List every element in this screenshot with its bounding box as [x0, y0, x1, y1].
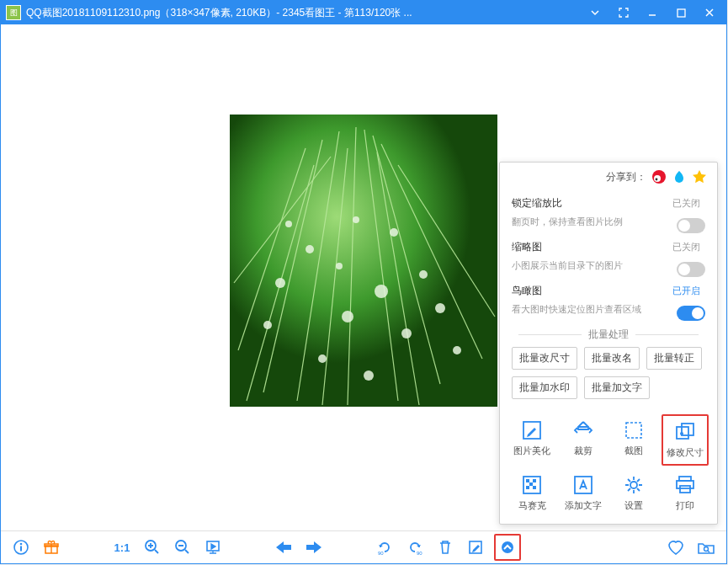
rotate-left-icon[interactable]: 90: [373, 536, 396, 559]
toggle-switch[interactable]: [677, 306, 705, 321]
tools-panel: 分享到： 锁定缩放比 已关闭 翻页时，保持查看图片比例 缩略图 已关闭 小图展示…: [499, 162, 718, 525]
option-title: 缩略图: [512, 240, 542, 254]
svg-point-4: [342, 311, 353, 322]
batch-button[interactable]: 批量改名: [584, 347, 640, 370]
zoom-in-icon[interactable]: [141, 536, 164, 559]
print-icon: [674, 474, 696, 496]
prev-icon[interactable]: [272, 536, 295, 559]
svg-point-19: [656, 179, 658, 181]
maximize-icon[interactable]: [669, 4, 693, 21]
tool-capture[interactable]: 截图: [610, 414, 658, 466]
svg-rect-23: [682, 424, 693, 435]
option-subtitle: 翻页时，保持查看图片比例: [500, 216, 635, 235]
reveal-in-folder-icon[interactable]: [694, 536, 718, 559]
favorite-icon[interactable]: [664, 536, 688, 559]
tool-label: 打印: [676, 499, 694, 512]
svg-text:90: 90: [417, 551, 422, 556]
svg-rect-0: [678, 9, 685, 17]
option-status: 已开启: [672, 285, 700, 297]
dropdown-icon[interactable]: [583, 4, 607, 21]
svg-rect-21: [626, 423, 641, 438]
tool-resize[interactable]: 修改尺寸: [662, 414, 709, 466]
actual-size-button[interactable]: 1:1: [110, 536, 134, 559]
batch-header: 批量处理: [500, 322, 717, 347]
resize-icon: [674, 421, 696, 443]
gift-icon[interactable]: [40, 536, 63, 559]
svg-point-37: [20, 543, 23, 546]
batch-button[interactable]: 批量加水印: [512, 376, 577, 399]
option-row: 锁定缩放比 已关闭: [500, 191, 717, 216]
window-root: 图 QQ截图20181109112310.png（318×347像素, 210K…: [0, 0, 727, 564]
svg-rect-26: [526, 479, 529, 482]
svg-point-12: [435, 303, 445, 313]
tool-label: 截图: [624, 445, 643, 457]
toggle-switch[interactable]: [677, 262, 705, 277]
batch-button[interactable]: 批量转正: [646, 347, 702, 370]
capture-icon: [623, 419, 645, 441]
minimize-icon[interactable]: [640, 4, 664, 21]
options-section: 锁定缩放比 已关闭 翻页时，保持查看图片比例 缩略图 已关闭 小图展示当前目录下…: [500, 191, 717, 322]
close-icon[interactable]: [698, 4, 721, 21]
option-status: 已关闭: [672, 241, 700, 253]
toggle-switch[interactable]: [677, 218, 705, 233]
title-bar: 图 QQ截图20181109112310.png（318×347像素, 210K…: [1, 1, 726, 24]
tool-label: 马赛克: [518, 499, 546, 512]
edit-icon[interactable]: [464, 536, 487, 559]
tool-gear[interactable]: 设置: [610, 469, 658, 517]
tool-label: 添加文字: [565, 499, 602, 512]
displayed-image: [230, 115, 497, 407]
window-controls: [583, 4, 721, 21]
svg-rect-35: [680, 486, 690, 493]
fullscreen-icon[interactable]: [612, 4, 635, 21]
svg-point-9: [419, 270, 428, 279]
option-title: 鸟瞰图: [512, 284, 542, 298]
option-subtitle: 看大图时快速定位图片查看区域: [500, 303, 653, 322]
svg-rect-27: [533, 479, 536, 482]
svg-point-16: [353, 216, 359, 223]
rotate-right-icon[interactable]: 90: [403, 536, 427, 559]
text-icon: [572, 474, 594, 496]
slideshow-icon[interactable]: [201, 536, 225, 559]
svg-rect-30: [533, 486, 536, 489]
svg-point-5: [375, 285, 388, 298]
svg-point-13: [336, 263, 343, 269]
next-icon[interactable]: [302, 536, 326, 559]
qzone-icon[interactable]: [692, 169, 707, 184]
svg-rect-38: [20, 546, 22, 552]
tool-crop[interactable]: 裁剪: [560, 414, 608, 466]
tool-text[interactable]: 添加文字: [560, 469, 608, 517]
option-row: 缩略图 已关闭: [500, 235, 717, 259]
batch-button[interactable]: 批量加文字: [584, 376, 650, 399]
expand-panel-icon[interactable]: [494, 534, 521, 561]
share-row: 分享到：: [500, 163, 717, 191]
batch-button[interactable]: 批量改尺寸: [512, 347, 577, 370]
tool-print[interactable]: 打印: [662, 469, 709, 517]
delete-icon[interactable]: [433, 536, 457, 559]
svg-point-48: [704, 547, 709, 552]
gear-icon: [623, 474, 645, 496]
svg-point-6: [401, 328, 412, 338]
svg-point-2: [275, 278, 285, 288]
svg-point-47: [502, 541, 513, 553]
tool-mosaic[interactable]: 马赛克: [508, 469, 556, 517]
weibo-icon[interactable]: [651, 169, 667, 184]
info-icon[interactable]: [9, 536, 33, 559]
option-status: 已关闭: [672, 197, 700, 210]
tencent-icon[interactable]: [672, 169, 687, 184]
svg-point-8: [364, 370, 374, 381]
zoom-out-icon[interactable]: [171, 536, 194, 559]
option-title: 锁定缩放比: [512, 196, 562, 211]
edit-icon: [521, 419, 543, 441]
window-title: QQ截图20181109112310.png（318×347像素, 210KB）…: [26, 6, 583, 20]
tool-label: 设置: [624, 499, 643, 512]
svg-point-18: [654, 175, 661, 182]
mosaic-icon: [521, 474, 543, 496]
svg-point-3: [306, 245, 314, 253]
svg-point-14: [263, 321, 272, 329]
tool-label: 图片美化: [513, 445, 550, 457]
svg-point-24: [680, 432, 683, 435]
svg-rect-34: [677, 481, 693, 488]
option-subtitle: 小图展示当前目录下的图片: [500, 259, 635, 279]
tool-edit[interactable]: 图片美化: [508, 414, 556, 466]
tool-label: 裁剪: [574, 445, 592, 457]
